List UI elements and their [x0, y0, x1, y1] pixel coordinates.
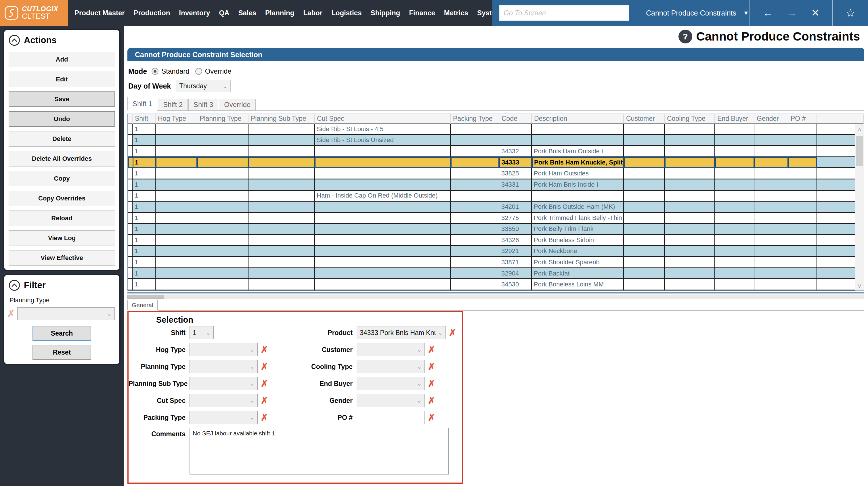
menu-item-qa[interactable]: QA: [219, 9, 229, 17]
table-cell-po[interactable]: [788, 202, 817, 213]
table-cell-gender[interactable]: [754, 124, 788, 135]
clear-packing-type-icon[interactable]: ✗: [260, 413, 268, 422]
table-cell-planning-sub-type[interactable]: [248, 157, 315, 169]
table-cell-po[interactable]: [788, 168, 817, 179]
table-cell-hog-type[interactable]: [156, 146, 197, 157]
table-cell-gutter[interactable]: [128, 202, 132, 213]
forward-arrow-icon[interactable]: →: [787, 8, 797, 18]
table-cell-description[interactable]: Pork Bnls Ham Outside I: [532, 146, 624, 157]
table-cell-planning-type[interactable]: [197, 157, 248, 169]
table-cell-shift[interactable]: 1: [132, 235, 156, 246]
table-cell-shift[interactable]: 1: [132, 146, 156, 157]
table-cell-code[interactable]: 34326: [499, 235, 532, 246]
table-cell-gutter[interactable]: [128, 213, 132, 224]
table-cell-customer[interactable]: [624, 257, 665, 268]
menu-item-production[interactable]: Production: [134, 9, 170, 17]
table-cell-shift[interactable]: 1: [132, 124, 156, 135]
action-reload-button[interactable]: Reload: [9, 211, 115, 226]
clear-cut-spec-icon[interactable]: ✗: [260, 396, 268, 405]
table-cell-cut-spec[interactable]: [315, 202, 451, 213]
table-cell-gutter[interactable]: [128, 179, 132, 191]
table-cell-cooling-type[interactable]: [665, 168, 715, 179]
table-cell-gender[interactable]: [754, 146, 788, 157]
table-cell-code[interactable]: 33871: [499, 257, 532, 268]
table-cell-description[interactable]: Pork Trimmed Flank Belly -Thin: [532, 213, 624, 224]
menu-item-product-master[interactable]: Product Master: [74, 9, 125, 17]
table-cell-gender[interactable]: [754, 213, 788, 224]
action-undo-button[interactable]: Undo: [9, 111, 115, 127]
scroll-up-icon[interactable]: ∧: [855, 126, 864, 132]
table-cell-gender[interactable]: [754, 246, 788, 257]
table-cell-cut-spec[interactable]: [315, 279, 451, 291]
table-cell-customer[interactable]: [624, 268, 665, 279]
action-save-button[interactable]: Save: [9, 91, 115, 107]
table-cell-gender[interactable]: [754, 224, 788, 235]
table-cell-planning-sub-type[interactable]: [248, 213, 315, 224]
table-cell-hog-type[interactable]: [156, 168, 197, 179]
table-cell-planning-type[interactable]: [197, 124, 248, 135]
horizontal-scrollbar[interactable]: [127, 295, 864, 299]
table-cell-packing-type[interactable]: [451, 124, 499, 135]
vertical-scrollbar-thumb[interactable]: [856, 136, 863, 166]
action-copy-overrides-button[interactable]: Copy Overrides: [9, 191, 115, 206]
menu-item-planning[interactable]: Planning: [265, 9, 294, 17]
table-cell-gender[interactable]: [754, 168, 788, 179]
table-cell-gender[interactable]: [754, 191, 788, 202]
table-cell-planning-sub-type[interactable]: [248, 179, 315, 191]
table-cell-end-buyer[interactable]: [715, 124, 754, 135]
mode-option-override[interactable]: Override: [195, 67, 231, 75]
po-input[interactable]: [356, 411, 425, 424]
table-cell-gutter[interactable]: [128, 279, 132, 291]
table-cell-description[interactable]: Pork Belly Trim Flank: [532, 224, 624, 235]
table-cell-po[interactable]: [788, 191, 817, 202]
end-buyer-select[interactable]: ⌄: [356, 377, 425, 390]
scroll-down-icon[interactable]: ∨: [855, 282, 864, 289]
table-cell-gutter[interactable]: [128, 235, 132, 246]
table-cell-planning-type[interactable]: [197, 268, 248, 279]
table-cell-end-buyer[interactable]: [715, 235, 754, 246]
table-cell-customer[interactable]: [624, 224, 665, 235]
table-cell-shift[interactable]: 1: [132, 246, 156, 257]
horizontal-scrollbar-thumb[interactable]: [127, 295, 164, 299]
table-cell-planning-type[interactable]: [197, 257, 248, 268]
table-cell-cooling-type[interactable]: [665, 246, 715, 257]
table-cell-customer[interactable]: [624, 202, 665, 213]
table-cell-code[interactable]: 32904: [499, 268, 532, 279]
menu-item-sales[interactable]: Sales: [238, 9, 256, 17]
table-cell-po[interactable]: [788, 257, 817, 268]
cooling-type-select[interactable]: ⌄: [356, 360, 425, 373]
table-cell-cooling-type[interactable]: [665, 224, 715, 235]
table-cell-po[interactable]: [788, 268, 817, 279]
table-cell-end-buyer[interactable]: [715, 202, 754, 213]
table-cell-cooling-type[interactable]: [665, 213, 715, 224]
table-cell-end-buyer[interactable]: [715, 257, 754, 268]
table-cell-description[interactable]: Pork Shoulder Sparerib: [532, 257, 624, 268]
radio-override[interactable]: [195, 68, 202, 75]
table-cell-hog-type[interactable]: [156, 257, 197, 268]
table-cell-hog-type[interactable]: [156, 224, 197, 235]
table-cell-planning-type[interactable]: [197, 235, 248, 246]
table-cell-end-buyer[interactable]: [715, 146, 754, 157]
table-cell-gender[interactable]: [754, 257, 788, 268]
gender-select[interactable]: ⌄: [356, 394, 425, 407]
menu-item-finance[interactable]: Finance: [409, 9, 435, 17]
table-cell-description[interactable]: [532, 135, 624, 146]
customer-select[interactable]: ⌄: [356, 343, 425, 356]
table-cell-gutter[interactable]: [128, 168, 132, 179]
table-cell-end-buyer[interactable]: [715, 157, 754, 169]
table-cell-cut-spec[interactable]: Ham - Inside Cap On Red (Middle Outside): [315, 191, 451, 202]
table-cell-po[interactable]: [788, 224, 817, 235]
table-cell-description[interactable]: Pork Bnls Outside Ham (MK): [532, 202, 624, 213]
clear-filter-icon[interactable]: ✗: [7, 309, 15, 318]
table-cell-packing-type[interactable]: [451, 268, 499, 279]
table-cell-planning-sub-type[interactable]: [248, 279, 315, 291]
table-cell-shift[interactable]: 1: [132, 257, 156, 268]
table-cell-packing-type[interactable]: [451, 257, 499, 268]
table-cell-hog-type[interactable]: [156, 279, 197, 291]
table-cell-description[interactable]: Pork Boneless Sirloin: [532, 235, 624, 246]
table-cell-shift[interactable]: 1: [132, 135, 156, 146]
product-select[interactable]: 34333 Pork Bnls Ham Knucl⌄: [356, 326, 446, 339]
table-cell-cooling-type[interactable]: [665, 279, 715, 291]
table-cell-end-buyer[interactable]: [715, 213, 754, 224]
comments-textarea[interactable]: No SEJ labour available shift 1: [189, 428, 449, 475]
